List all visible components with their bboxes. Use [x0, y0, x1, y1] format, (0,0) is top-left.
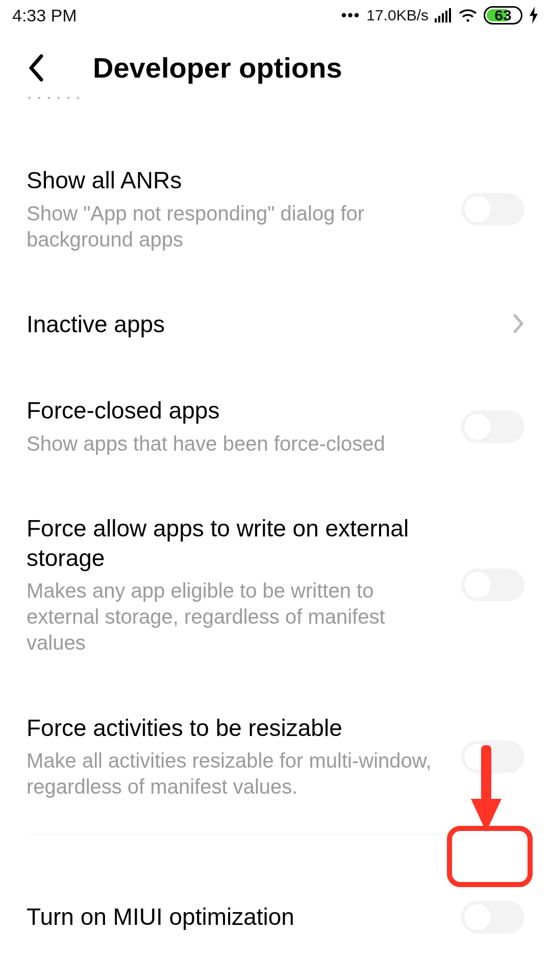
annotation-arrow-icon [468, 745, 504, 834]
svg-rect-3 [445, 11, 447, 22]
svg-rect-2 [442, 13, 444, 22]
page-title: Developer options [93, 51, 342, 84]
toggle-show-all-anrs[interactable] [461, 193, 524, 226]
row-title: Force allow apps to write on external st… [27, 514, 441, 573]
row-show-all-anrs[interactable]: Show all ANRs Show "App not responding" … [27, 137, 524, 281]
section-divider [27, 834, 524, 835]
status-time: 4:33 PM [12, 6, 77, 26]
charging-bolt-icon [529, 7, 539, 24]
row-subtitle: Makes any app eligible to be written to … [27, 578, 441, 656]
row-title: Force-closed apps [27, 396, 441, 426]
toggle-knob [464, 904, 491, 930]
row-subtitle: Show "App not responding" dialog for bac… [27, 201, 441, 253]
page-header: Developer options [0, 31, 551, 100]
toggle-knob [464, 196, 491, 223]
toggle-force-write-external[interactable] [461, 569, 524, 601]
row-force-closed-apps[interactable]: Force-closed apps Show apps that have be… [27, 368, 524, 485]
toggle-knob [464, 413, 491, 440]
chevron-left-icon [27, 54, 44, 82]
toggle-force-closed-apps[interactable] [461, 410, 524, 443]
cellular-signal-icon [435, 8, 452, 22]
battery-icon: 63 [484, 6, 522, 24]
toggle-knob [464, 572, 491, 598]
status-right-cluster: 17.0KB/s 63 [341, 6, 539, 24]
row-title: Turn on MIUI optimization [27, 902, 441, 932]
svg-rect-4 [449, 8, 451, 22]
network-speed: 17.0KB/s [366, 7, 429, 24]
settings-list: Show all ANRs Show "App not responding" … [0, 137, 551, 962]
svg-rect-0 [435, 18, 437, 22]
row-title: Inactive apps [27, 310, 492, 339]
toggle-miui-optimization[interactable] [461, 901, 524, 934]
row-inactive-apps[interactable]: Inactive apps [27, 281, 524, 368]
svg-rect-6 [481, 745, 491, 801]
svg-rect-1 [438, 16, 440, 22]
svg-point-5 [466, 19, 469, 21]
row-title: Show all ANRs [27, 166, 441, 195]
clipped-previous-row: ······ [27, 96, 551, 107]
row-subtitle: Make all activities resizable for multi-… [27, 748, 441, 800]
row-title: Force activities to be resizable [27, 714, 441, 743]
row-subtitle: Show apps that have been force-closed [27, 431, 441, 457]
chevron-right-icon [512, 313, 524, 336]
more-icon [341, 7, 361, 24]
row-force-resizable[interactable]: Force activities to be resizable Make al… [27, 685, 524, 829]
row-force-write-external[interactable]: Force allow apps to write on external st… [27, 485, 524, 685]
wifi-icon [458, 8, 478, 22]
row-miui-optimization[interactable]: Turn on MIUI optimization [27, 886, 524, 962]
back-button[interactable] [19, 52, 52, 84]
status-bar: 4:33 PM 17.0KB/s 63 [0, 0, 551, 31]
battery-percent: 63 [485, 7, 521, 24]
